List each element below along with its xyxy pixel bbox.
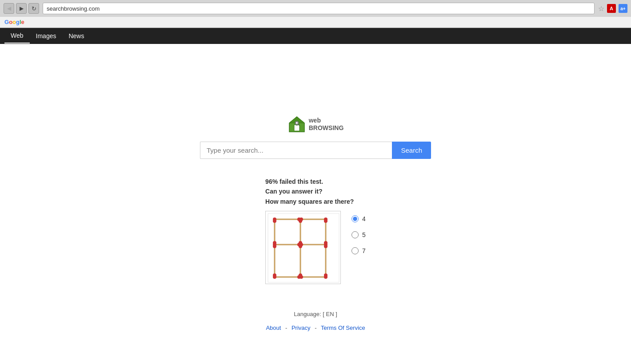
quiz-widget: 96% failed this test. Can you answer it?… bbox=[265, 177, 366, 284]
quiz-option-4[interactable]: 4 bbox=[351, 215, 366, 222]
browser-icons: ☆ A a+ bbox=[598, 4, 627, 13]
footer-links: About - Privacy - Terms Of Service bbox=[266, 324, 365, 331]
main-content: web BROWSING Search 96% failed this test… bbox=[0, 44, 631, 340]
site-logo-icon bbox=[288, 115, 306, 134]
quiz-radio-7[interactable] bbox=[351, 247, 359, 254]
quiz-radio-5[interactable] bbox=[351, 231, 359, 238]
svg-point-42 bbox=[324, 245, 327, 248]
nav-item-images[interactable]: Images bbox=[30, 29, 63, 43]
quiz-label-4: 4 bbox=[362, 215, 366, 222]
refresh-button[interactable]: ↻ bbox=[28, 3, 39, 14]
browser-titlebar: ◀ ▶ ↻ searchbrowsing.com ☆ A a+ bbox=[0, 0, 631, 17]
address-bar[interactable]: searchbrowsing.com bbox=[43, 3, 595, 14]
svg-rect-6 bbox=[266, 211, 341, 284]
google-bar: Google bbox=[0, 17, 631, 28]
url-text: searchbrowsing.com bbox=[47, 5, 591, 12]
nav-item-web[interactable]: Web bbox=[4, 28, 30, 44]
quiz-line3: How many squares are there? bbox=[265, 197, 366, 206]
quiz-line2: Can you answer it? bbox=[265, 186, 366, 196]
svg-point-39 bbox=[324, 219, 327, 223]
footer-terms-link[interactable]: Terms Of Service bbox=[321, 324, 365, 331]
quiz-options: 4 5 7 bbox=[351, 211, 366, 254]
quiz-content: 96% failed this test. Can you answer it?… bbox=[265, 177, 366, 284]
svg-rect-2 bbox=[294, 125, 300, 131]
footer-sep-2: - bbox=[315, 324, 316, 331]
quiz-label-7: 7 bbox=[362, 247, 366, 254]
back-button[interactable]: ◀ bbox=[4, 3, 14, 14]
language-label: Language: [ EN ] bbox=[266, 311, 365, 317]
google-logo: Google bbox=[4, 19, 24, 25]
extension-icon[interactable]: a+ bbox=[619, 4, 627, 13]
svg-point-31 bbox=[273, 273, 276, 277]
search-button[interactable]: Search bbox=[392, 142, 431, 159]
quiz-option-5[interactable]: 5 bbox=[351, 231, 366, 238]
svg-point-30 bbox=[273, 245, 276, 248]
bookmark-icon[interactable]: ☆ bbox=[598, 4, 604, 13]
nav-buttons: ◀ ▶ ↻ bbox=[4, 3, 39, 14]
quiz-option-7[interactable]: 7 bbox=[351, 247, 366, 254]
browser-chrome: ◀ ▶ ↻ searchbrowsing.com ☆ A a+ Google bbox=[0, 0, 631, 28]
svg-point-33 bbox=[299, 219, 302, 223]
logo-text: web BROWSING bbox=[309, 117, 344, 132]
forward-button[interactable]: ▶ bbox=[16, 3, 27, 14]
svg-point-37 bbox=[299, 273, 302, 277]
nav-bar: Web Images News bbox=[0, 28, 631, 44]
adobe-icon[interactable]: A bbox=[607, 4, 616, 13]
quiz-label-5: 5 bbox=[362, 231, 366, 238]
matchstick-puzzle-svg bbox=[266, 211, 341, 284]
svg-point-28 bbox=[273, 241, 276, 245]
search-input[interactable] bbox=[200, 142, 392, 159]
svg-point-40 bbox=[324, 241, 327, 245]
svg-point-43 bbox=[324, 273, 327, 277]
footer-sep-1: - bbox=[285, 324, 287, 331]
svg-point-34 bbox=[299, 241, 302, 245]
footer-privacy-link[interactable]: Privacy bbox=[292, 324, 311, 331]
footer-about-link[interactable]: About bbox=[266, 324, 281, 331]
svg-point-27 bbox=[273, 219, 276, 223]
footer: Language: [ EN ] About - Privacy - Terms… bbox=[257, 302, 374, 340]
search-area: Search bbox=[200, 142, 431, 159]
quiz-radio-4[interactable] bbox=[351, 215, 359, 222]
quiz-line1: 96% failed this test. bbox=[265, 177, 366, 186]
nav-item-news[interactable]: News bbox=[62, 29, 90, 43]
quiz-puzzle-image bbox=[265, 211, 341, 284]
logo-area: web BROWSING bbox=[288, 115, 344, 134]
quiz-question: 96% failed this test. Can you answer it?… bbox=[265, 177, 366, 206]
svg-point-36 bbox=[299, 245, 302, 248]
